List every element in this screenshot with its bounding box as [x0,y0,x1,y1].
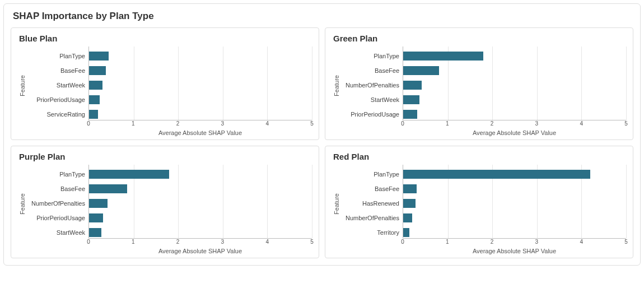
plot-area [88,47,312,120]
chart-panel: Purple PlanFeaturePlanTypeBaseFeeNumberO… [11,146,319,258]
x-tick-label: 5 [624,239,628,245]
plot-column: 012345Average Absolute SHAP Value [403,165,626,254]
category-label: Territory [341,225,403,240]
bars-container [89,49,312,122]
y-axis-label: Feature [332,75,341,96]
bar [89,228,101,237]
x-ticks: 012345 [88,239,312,247]
bar-row [89,49,312,63]
bar [89,95,100,104]
category-label: PriorPeriodUsage [341,107,403,122]
bar-row [89,211,312,225]
bar [89,66,106,75]
category-label: PriorPeriodUsage [27,211,88,225]
x-tick-label: 3 [535,120,539,127]
bar [403,184,417,193]
category-label: ServiceRating [27,107,88,122]
bar [403,52,483,61]
x-tick-label: 4 [265,239,269,245]
y-axis-label: Feature [332,193,341,215]
bars-container [89,167,312,240]
panel-title: Red Plan [333,152,626,161]
plot-area [88,165,312,239]
bar-row [403,182,626,196]
category-label: PriorPeriodUsage [27,92,88,107]
x-axis-label: Average Absolute SHAP Value [403,248,626,254]
x-tick-label: 2 [491,120,494,127]
x-ticks: 012345 [403,239,626,247]
gridline [312,165,312,238]
bar [403,170,590,179]
category-label: StartWeek [341,92,403,107]
panel-grid: Blue PlanFeaturePlanTypeBaseFeeStartWeek… [11,27,633,258]
category-labels: PlanTypeBaseFeeNumberOfPenaltiesStartWee… [341,47,403,136]
category-label: StartWeek [27,225,88,240]
bar-row [403,49,626,63]
x-tick-label: 1 [446,239,449,245]
plot-area [403,165,626,239]
bar [403,95,419,104]
x-tick-label: 4 [580,239,583,245]
category-label: BaseFee [341,182,403,196]
x-tick-label: 1 [132,120,135,127]
x-ticks: 012345 [88,120,312,128]
bar [403,110,417,119]
bar-row [89,225,312,240]
category-labels: PlanTypeBaseFeeStartWeekPriorPeriodUsage… [27,47,88,136]
bar [89,213,103,222]
gridline [626,47,627,120]
main-title: SHAP Importance by Plan Type [13,11,633,22]
x-tick-label: 0 [87,120,90,127]
category-label: PlanType [27,49,88,63]
x-tick-label: 5 [310,120,314,127]
x-tick-label: 3 [221,120,225,127]
plot-column: 012345Average Absolute SHAP Value [88,165,312,254]
bars-container [403,167,626,240]
bar [403,66,439,75]
category-labels: PlanTypeBaseFeeHasRenewedNumberOfPenalti… [341,165,403,254]
bar-row [89,107,312,122]
x-tick-label: 1 [446,120,449,127]
bar-row [403,225,626,240]
chart-body: FeaturePlanTypeBaseFeeStartWeekPriorPeri… [18,47,312,136]
chart-panel: Red PlanFeaturePlanTypeBaseFeeHasRenewed… [325,146,633,258]
panel-title: Blue Plan [19,34,312,43]
gridline [312,47,312,120]
bar-row [403,167,626,182]
x-tick-label: 2 [491,239,494,245]
plot-area [403,47,626,120]
x-tick-label: 3 [221,239,225,245]
y-axis-label: Feature [18,75,27,96]
bar-row [89,78,312,92]
category-label: NumberOfPenalties [341,211,403,225]
chart-body: FeaturePlanTypeBaseFeeNumberOfPenaltiesP… [18,165,312,254]
gridline [626,165,627,238]
x-axis-label: Average Absolute SHAP Value [88,248,312,254]
chart-body: FeaturePlanTypeBaseFeeNumberOfPenaltiesS… [332,47,626,136]
x-tick-label: 0 [401,120,404,127]
bar-row [89,63,312,78]
bar-row [89,196,312,211]
bar-row [403,211,626,225]
y-axis-label: Feature [18,193,27,215]
x-tick-label: 4 [580,120,583,127]
plot-column: 012345Average Absolute SHAP Value [403,47,626,136]
category-label: PlanType [341,49,403,63]
x-tick-label: 0 [401,239,404,245]
category-label: NumberOfPenalties [27,196,88,211]
x-axis-label: Average Absolute SHAP Value [403,129,626,136]
bar [403,213,412,222]
bar [89,170,169,179]
x-tick-label: 2 [176,120,180,127]
bars-container [403,49,626,122]
bar [403,199,416,208]
x-tick-label: 5 [624,120,628,127]
bar [89,184,127,193]
panel-title: Green Plan [333,34,626,43]
category-label: PlanType [341,167,403,182]
panel-title: Purple Plan [19,152,312,161]
chart-panel: Blue PlanFeaturePlanTypeBaseFeeStartWeek… [11,27,319,140]
bar-row [403,107,626,122]
x-axis-label: Average Absolute SHAP Value [88,129,312,136]
x-tick-label: 5 [310,239,314,245]
